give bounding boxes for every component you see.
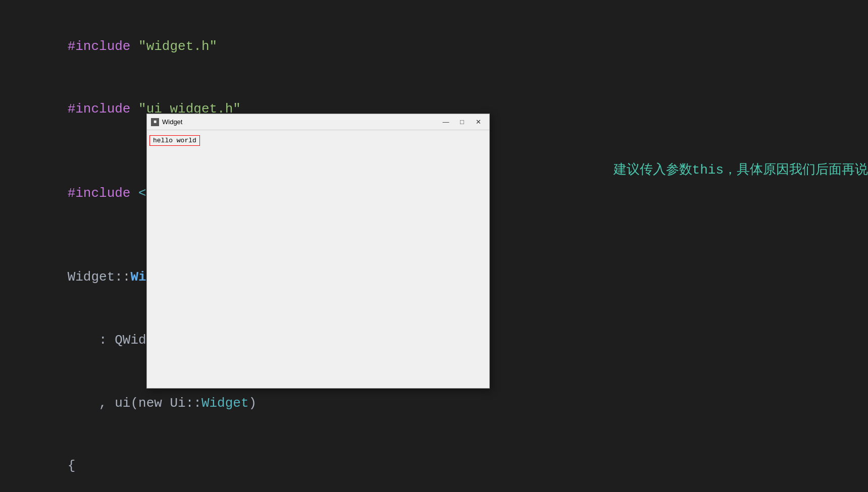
code-line-9: {	[20, 435, 848, 492]
widget-class: Widget::	[68, 269, 131, 285]
hello-world-label: hello world	[149, 135, 200, 146]
right-comment: 建议传入参数this，具体原因我们后面再说	[614, 160, 868, 178]
maximize-button[interactable]: □	[455, 117, 469, 128]
close-button[interactable]: ✕	[471, 117, 485, 128]
comment-right-text: 建议传入参数this，具体原因我们后面再说	[614, 162, 868, 178]
string-widget-h: "widget.h"	[138, 39, 217, 54]
minimize-button[interactable]: —	[439, 117, 453, 128]
qt-title-controls: — □ ✕	[439, 117, 485, 128]
keyword-include-2: #include	[68, 101, 138, 117]
qt-title-icon: ■	[151, 118, 159, 126]
initializer-2: , ui(new Ui::	[68, 396, 201, 411]
ui-widget-class: Widget	[201, 396, 249, 411]
keyword-include-1: #include	[68, 39, 138, 54]
qt-content-area: hello world	[147, 130, 489, 388]
qt-window: ■ Widget — □ ✕ hello world	[146, 114, 490, 389]
qt-window-title: Widget	[162, 118, 439, 126]
initializer-2-close: )	[249, 396, 257, 411]
qt-titlebar[interactable]: ■ Widget — □ ✕	[147, 114, 489, 130]
keyword-include-3: #include	[68, 186, 138, 201]
brace-open: {	[68, 458, 76, 473]
window-icon: ■	[154, 119, 157, 125]
code-line-1: #include "widget.h"	[20, 15, 848, 78]
